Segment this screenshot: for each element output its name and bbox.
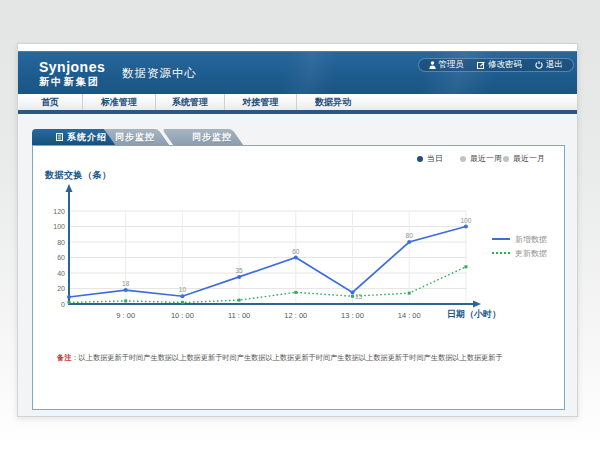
svg-text:80: 80 [406, 232, 414, 239]
x-axis-title: 日期（小时） [447, 308, 501, 321]
chart-canvas: 0204060801001209 : 0010 : 0011 : 0012 : … [33, 146, 566, 409]
svg-text:10 : 00: 10 : 00 [171, 311, 194, 320]
svg-text:0: 0 [61, 301, 65, 308]
svg-text:80: 80 [57, 239, 65, 246]
nav-item-system-mgmt[interactable]: 系统管理 [156, 94, 225, 110]
svg-text:60: 60 [57, 254, 65, 261]
content-panel: 当日 最近一周 最近一月 数据交换（条） 0204060801001209 : … [32, 145, 565, 410]
legend-item-new-data: 新增数据 [492, 232, 547, 246]
legend-line-solid-icon [492, 238, 510, 240]
svg-text:40: 40 [57, 270, 65, 277]
logo-text: Synjones [39, 60, 105, 74]
user-label: 管理员 [439, 59, 465, 71]
power-icon [535, 61, 543, 69]
logout-button[interactable]: 退出 [535, 59, 563, 71]
page-title: 数据资源中心 [122, 66, 197, 81]
logout-label: 退出 [546, 59, 563, 71]
y-axis-title: 数据交换（条） [45, 169, 112, 182]
tab-sync-monitor-2[interactable]: 同步监控 [162, 129, 232, 145]
svg-text:12 : 00: 12 : 00 [284, 311, 307, 320]
svg-text:120: 120 [53, 208, 65, 215]
svg-text:60: 60 [292, 248, 300, 255]
change-password-button[interactable]: 修改密码 [477, 59, 522, 71]
edit-icon [477, 61, 485, 69]
svg-text:10: 10 [179, 286, 187, 293]
nav-item-connect-mgmt[interactable]: 对接管理 [225, 94, 297, 110]
footnote-text: ：以上数据更新于时间产生数据以上数据更新于时间产生数据以上数据更新于时间产生数据… [71, 353, 502, 362]
tab-label: 系统介绍 [67, 131, 107, 144]
user-menu: 管理员 修改密码 退出 [418, 58, 575, 72]
logo: Synjones 新中新集团 [39, 60, 105, 87]
svg-text:13 : 00: 13 : 00 [341, 311, 364, 320]
footnote-prefix: 备注 [57, 353, 71, 362]
svg-text:20: 20 [57, 285, 65, 292]
nav-item-data-change[interactable]: 数据异动 [297, 94, 369, 110]
user-icon [429, 61, 436, 69]
page-background: { "header": { "logo_text": "Synjones", "… [0, 0, 600, 450]
legend-label: 新增数据 [515, 234, 547, 245]
main-nav: 首页 标准管理 系统管理 对接管理 数据异动 [18, 94, 577, 110]
tab-label: 同步监控 [162, 129, 232, 145]
site-header: Synjones 新中新集团 数据资源中心 管理员 修改密码 退出 [18, 51, 577, 94]
svg-text:100: 100 [460, 217, 471, 224]
app-window: Synjones 新中新集团 数据资源中心 管理员 修改密码 退出 首页 标准管… [17, 43, 578, 417]
svg-text:100: 100 [53, 223, 65, 230]
line-chart: 数据交换（条） 0204060801001209 : 0010 : 0011 :… [33, 146, 566, 409]
tab-label-wrap: 系统介绍 [32, 129, 118, 145]
document-icon [56, 133, 63, 141]
tab-system-intro[interactable]: 系统介绍 [32, 129, 122, 145]
chart-legend: 新增数据 更新数据 [492, 232, 547, 260]
svg-text:11 : 00: 11 : 00 [228, 311, 250, 320]
svg-text:18: 18 [122, 280, 130, 287]
nav-item-home[interactable]: 首页 [18, 94, 83, 110]
page-body: 系统介绍 同步监控 同步监控 当日 最近一周 [18, 114, 577, 416]
footnote: 备注：以上数据更新于时间产生数据以上数据更新于时间产生数据以上数据更新于时间产生… [57, 353, 557, 363]
legend-line-dotted-icon [492, 252, 510, 254]
legend-item-update-data: 更新数据 [492, 246, 547, 260]
svg-text:35: 35 [235, 267, 243, 274]
svg-text:9 : 00: 9 : 00 [116, 311, 135, 320]
legend-label: 更新数据 [515, 248, 547, 259]
user-button[interactable]: 管理员 [429, 59, 465, 71]
svg-text:14 : 00: 14 : 00 [398, 311, 421, 320]
nav-item-standard-mgmt[interactable]: 标准管理 [83, 94, 156, 110]
logo-subtext: 新中新集团 [39, 76, 105, 87]
svg-text:15: 15 [355, 293, 363, 300]
change-password-label: 修改密码 [488, 59, 522, 71]
